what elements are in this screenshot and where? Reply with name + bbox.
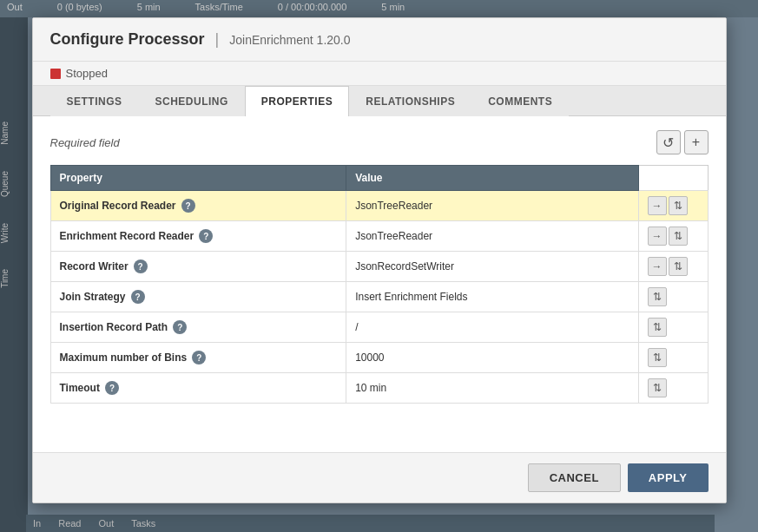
property-name-cell: Timeout?	[50, 373, 346, 404]
help-icon[interactable]: ?	[134, 259, 148, 273]
sync-button[interactable]: ↺	[656, 130, 681, 154]
property-name-text: Join Strategy	[60, 291, 126, 303]
property-action-cell: ⇅	[638, 373, 708, 404]
table-header: Property Value	[50, 166, 708, 191]
property-name-cell: Insertion Record Path?	[50, 312, 346, 343]
property-name-text: Record Writer	[60, 260, 129, 273]
action-buttons: ⇅	[648, 378, 699, 397]
help-icon[interactable]: ?	[173, 320, 187, 334]
sort-icon[interactable]: ⇅	[648, 287, 667, 306]
sort-icon[interactable]: ⇅	[648, 378, 667, 397]
property-value-cell: 10 min	[346, 373, 638, 404]
action-buttons: ⇅	[648, 348, 699, 367]
table-row: Insertion Record Path?/⇅	[50, 312, 708, 343]
table-row: Join Strategy?Insert Enrichment Fields⇅	[50, 282, 708, 312]
property-action-cell: ⇅	[638, 312, 708, 343]
modal-overlay: Configure Processor | JoinEnrichment 1.2…	[0, 0, 758, 532]
modal-title: Configure Processor	[50, 30, 205, 49]
properties-table: Property Value Original Record Reader?Js…	[50, 165, 709, 404]
property-name-text: Insertion Record Path	[60, 321, 168, 333]
modal-subtitle: JoinEnrichment 1.20.0	[229, 33, 350, 47]
stopped-indicator	[50, 69, 61, 79]
property-value-text: /	[355, 321, 358, 333]
property-value-cell: 10000	[346, 343, 638, 373]
property-action-cell: ⇅	[638, 343, 708, 373]
modal-header: Configure Processor | JoinEnrichment 1.2…	[33, 18, 726, 62]
property-name-cell: Original Record Reader?	[50, 191, 346, 221]
apply-button[interactable]: APPLY	[628, 463, 709, 492]
action-buttons: →⇅	[648, 257, 699, 276]
col-header-property: Property	[50, 166, 346, 191]
property-value-text: 10000	[355, 351, 384, 364]
required-field-label: Required field	[50, 136, 120, 149]
cancel-button[interactable]: CANCEL	[528, 463, 621, 492]
sort-icon[interactable]: ⇅	[669, 257, 688, 276]
property-value-cell: Insert Enrichment Fields	[346, 282, 638, 312]
table-row: Enrichment Record Reader?JsonTreeReader→…	[50, 221, 708, 252]
table-row: Record Writer?JsonRecordSetWriter→⇅	[50, 252, 708, 282]
property-name-text: Enrichment Record Reader	[60, 230, 194, 242]
table-row: Original Record Reader?JsonTreeReader→⇅	[50, 191, 708, 221]
property-action-cell: →⇅	[638, 221, 708, 252]
add-property-button[interactable]: +	[684, 130, 709, 154]
status-text: Stopped	[66, 67, 108, 80]
property-value-cell: JsonTreeReader	[346, 221, 638, 252]
arrow-icon[interactable]: →	[648, 257, 667, 276]
property-action-cell: →⇅	[638, 191, 708, 221]
col-header-value: Value	[346, 166, 638, 191]
sort-icon[interactable]: ⇅	[648, 348, 667, 367]
required-field-row: Required field ↺ +	[50, 130, 709, 154]
tab-comments[interactable]: COMMENTS	[471, 86, 569, 116]
property-value-text: JsonTreeReader	[355, 230, 432, 242]
modal-status-bar: Stopped	[33, 62, 726, 86]
tab-relationships[interactable]: RELATIONSHIPS	[349, 86, 471, 116]
property-value-cell: JsonTreeReader	[346, 191, 638, 221]
property-name-text: Maximum number of Bins	[60, 351, 188, 364]
table-row: Timeout?10 min⇅	[50, 373, 708, 404]
property-name-cell: Enrichment Record Reader?	[50, 221, 346, 252]
sort-icon[interactable]: ⇅	[669, 227, 688, 246]
tab-settings[interactable]: SETTINGS	[50, 86, 139, 116]
property-value-cell: JsonRecordSetWriter	[346, 252, 638, 282]
configure-processor-modal: Configure Processor | JoinEnrichment 1.2…	[32, 17, 727, 503]
property-name-cell: Record Writer?	[50, 252, 346, 282]
property-value-cell: /	[346, 312, 638, 343]
modal-footer: CANCEL APPLY	[33, 452, 726, 502]
help-icon[interactable]: ?	[105, 381, 119, 395]
property-action-cell: →⇅	[638, 252, 708, 282]
modal-body: Required field ↺ + Property Value Origin…	[33, 116, 726, 452]
help-icon[interactable]: ?	[131, 290, 145, 304]
property-value-text: Insert Enrichment Fields	[355, 291, 467, 303]
sort-icon[interactable]: ⇅	[669, 196, 688, 215]
help-icon[interactable]: ?	[181, 199, 195, 213]
property-name-cell: Maximum number of Bins?	[50, 343, 346, 373]
action-buttons: ⇅	[648, 318, 699, 337]
property-value-text: JsonTreeReader	[355, 200, 432, 212]
tab-properties[interactable]: PROPERTIES	[245, 86, 349, 116]
action-buttons: →⇅	[648, 196, 699, 215]
arrow-icon[interactable]: →	[648, 196, 667, 215]
property-name-text: Timeout	[60, 382, 100, 394]
table-body: Original Record Reader?JsonTreeReader→⇅E…	[50, 191, 708, 404]
modal-separator: |	[215, 30, 220, 49]
property-action-cell: ⇅	[638, 282, 708, 312]
modal-tabs: SETTINGS SCHEDULING PROPERTIES RELATIONS…	[33, 86, 726, 116]
action-buttons: ⇅	[648, 287, 699, 306]
property-name-cell: Join Strategy?	[50, 282, 346, 312]
sort-icon[interactable]: ⇅	[648, 318, 667, 337]
table-row: Maximum number of Bins?10000⇅	[50, 343, 708, 373]
action-buttons: →⇅	[648, 227, 699, 246]
arrow-icon[interactable]: →	[648, 227, 667, 246]
tab-scheduling[interactable]: SCHEDULING	[139, 86, 245, 116]
property-name-text: Original Record Reader	[60, 200, 176, 212]
help-icon[interactable]: ?	[199, 229, 213, 243]
property-value-text: 10 min	[355, 382, 386, 394]
property-value-text: JsonRecordSetWriter	[355, 260, 454, 273]
header-actions: ↺ +	[656, 130, 709, 154]
help-icon[interactable]: ?	[192, 351, 206, 365]
